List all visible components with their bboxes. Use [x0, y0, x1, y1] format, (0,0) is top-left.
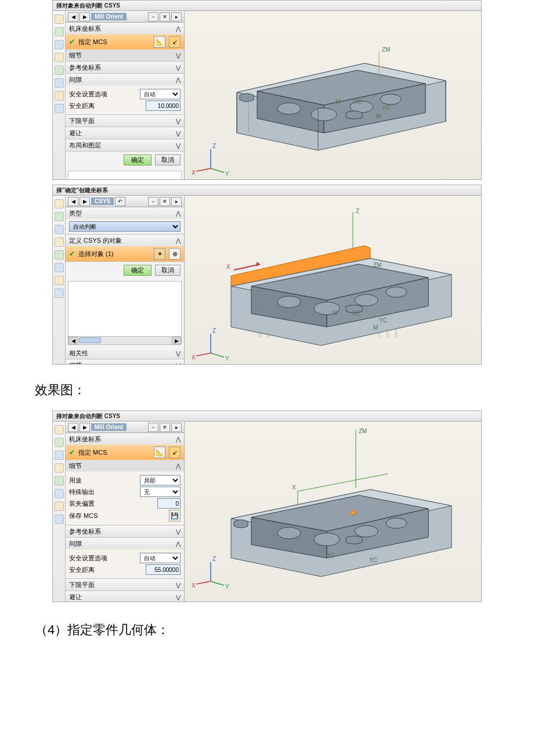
tool-icon[interactable] [55, 237, 64, 247]
save-icon[interactable]: 💾 [169, 510, 181, 521]
tab-csys[interactable]: CSYS [91, 197, 114, 205]
tool-icon[interactable] [55, 104, 64, 113]
minimize-button[interactable]: − [148, 423, 158, 432]
csys-icon[interactable]: ↙ [169, 447, 181, 458]
section-header[interactable]: 相关性⋁ [66, 347, 184, 359]
tool-icon[interactable] [55, 451, 64, 460]
section-header[interactable]: 避让⋁ [66, 127, 184, 139]
ok-button[interactable]: 确定 [124, 154, 151, 165]
tool-icon[interactable] [55, 15, 64, 24]
clearance-distance-input[interactable] [146, 564, 181, 575]
section-header[interactable]: 布局和图层⋁ [66, 139, 184, 151]
tool-icon[interactable] [55, 27, 64, 37]
undo-button[interactable]: ↶ [115, 197, 125, 206]
tool-icon[interactable] [55, 212, 64, 221]
label: 下限平面 [69, 117, 95, 125]
dock-button[interactable]: ▸ [171, 423, 182, 432]
section-header[interactable]: 细节⋁ [66, 359, 184, 365]
cancel-button[interactable]: 取消 [155, 154, 181, 165]
specify-mcs-row[interactable]: ✔ 指定 MCS 📐 ↙ [66, 445, 184, 460]
tool-icon[interactable] [55, 199, 64, 208]
tool-icon[interactable] [55, 225, 64, 234]
section-header[interactable]: 参考坐标系⋁ [66, 525, 184, 537]
nav-prev-button[interactable]: ◀ [68, 197, 78, 206]
tool-icon[interactable] [55, 40, 64, 49]
section-header[interactable]: 类型⋀ [66, 207, 184, 219]
z-axis-label: Z [212, 327, 216, 334]
usage-select[interactable]: 局部 [140, 475, 181, 485]
section-detail[interactable]: 细节⋁ [66, 49, 184, 61]
scroll-thumb[interactable] [79, 337, 101, 343]
csys-dialog-icon[interactable]: 📐 [154, 36, 165, 48]
dock-button[interactable]: ▸ [171, 197, 182, 206]
nav-prev-button[interactable]: ◀ [68, 12, 78, 21]
tool-icon[interactable] [55, 250, 64, 260]
fixture-offset-input[interactable] [157, 498, 181, 509]
close-button[interactable]: ✕ [160, 197, 170, 206]
section-header[interactable]: 间隙⋀ [66, 538, 184, 549]
clearance-option-select[interactable]: 自动 [140, 89, 181, 99]
nav-next-button[interactable]: ▶ [80, 197, 90, 206]
minimize-button[interactable]: − [148, 12, 158, 21]
tool-icon[interactable] [55, 66, 64, 75]
tool-icon[interactable] [55, 53, 64, 62]
dock-button[interactable]: ▸ [171, 12, 182, 21]
scroll-right-button[interactable]: ▶ [172, 337, 181, 344]
tool-icon[interactable] [55, 289, 64, 298]
tool-icon[interactable] [55, 276, 64, 285]
clearance-distance-input[interactable] [146, 100, 181, 111]
tool-icon[interactable] [55, 514, 64, 524]
tree-area[interactable]: ◀ ▶ [68, 281, 182, 345]
csys-icon[interactable]: ↙ [169, 36, 181, 48]
tool-icon[interactable] [55, 502, 64, 511]
close-button[interactable]: ✕ [160, 423, 170, 432]
svg-point-45 [351, 510, 355, 515]
section-header[interactable]: 定义 CSYS 的对象⋀ [66, 235, 184, 246]
section-header[interactable]: 机床坐标系⋀ [66, 433, 184, 445]
tool-icon[interactable] [55, 463, 64, 473]
ok-button[interactable]: 确定 [124, 265, 151, 276]
section-header[interactable]: 间隙⋀ [66, 74, 184, 85]
type-select[interactable]: 自动判断 [69, 221, 181, 232]
section-header[interactable]: 机床坐标系⋀ [66, 23, 184, 34]
select-icon[interactable]: ✴ [154, 248, 165, 260]
section-mcs: 机床坐标系⋀ ✔ 指定 MCS 📐 ↙ 细节⋁ [66, 23, 184, 62]
tool-icon[interactable] [55, 263, 64, 272]
section-related: 相关性⋁ [66, 347, 184, 359]
tab-mill-orient[interactable]: Mill Orient [91, 13, 127, 20]
tool-icon[interactable] [55, 476, 64, 485]
clearance-option-select[interactable]: 自动 [140, 553, 181, 563]
section-header[interactable]: 下限平面⋁ [66, 115, 184, 127]
3d-viewport[interactable]: ZM X XC YC [185, 422, 481, 602]
scroll-left-button[interactable]: ◀ [68, 337, 78, 344]
nav-prev-button[interactable]: ◀ [68, 423, 78, 432]
specify-mcs-row[interactable]: ✔ 指定 MCS 📐 ↙ [66, 34, 184, 49]
label: 布局和图层 [69, 141, 101, 150]
nav-next-button[interactable]: ▶ [80, 12, 90, 21]
tree-area[interactable]: ◀ ▶ [68, 171, 182, 180]
section-detail[interactable]: 细节⋀ [66, 460, 184, 471]
section-header[interactable]: 下限平面⋁ [66, 579, 184, 591]
yc-label: YC [379, 317, 387, 323]
3d-viewport[interactable]: ZM M XC YC M X Y Z [185, 11, 481, 180]
select-object-row[interactable]: ✔ 选择对象 (1) ✴ ⊕ [66, 246, 184, 261]
m-label: M [335, 99, 340, 105]
horizontal-scrollbar[interactable]: ◀ ▶ [68, 336, 181, 344]
tool-icon[interactable] [55, 425, 64, 434]
special-output-select[interactable]: 无 [140, 487, 181, 497]
point-icon[interactable]: ⊕ [169, 248, 181, 260]
section-header[interactable]: 参考坐标系⋁ [66, 62, 184, 73]
tool-icon[interactable] [55, 78, 64, 88]
tool-icon[interactable] [55, 91, 64, 100]
section-header[interactable]: 避让⋁ [66, 591, 184, 602]
tab-mill-orient[interactable]: Mill Orient [91, 423, 127, 431]
csys-dialog-icon[interactable]: 📐 [154, 447, 165, 458]
close-button[interactable]: ✕ [160, 12, 170, 21]
nav-next-button[interactable]: ▶ [80, 423, 90, 432]
tool-icon[interactable] [55, 438, 64, 447]
minimize-button[interactable]: − [148, 197, 158, 206]
3d-viewport[interactable]: www.bd m Z [185, 196, 481, 365]
tool-icon[interactable] [55, 489, 64, 498]
cancel-button[interactable]: 取消 [155, 265, 181, 276]
result-caption: 效果图： [0, 369, 534, 411]
